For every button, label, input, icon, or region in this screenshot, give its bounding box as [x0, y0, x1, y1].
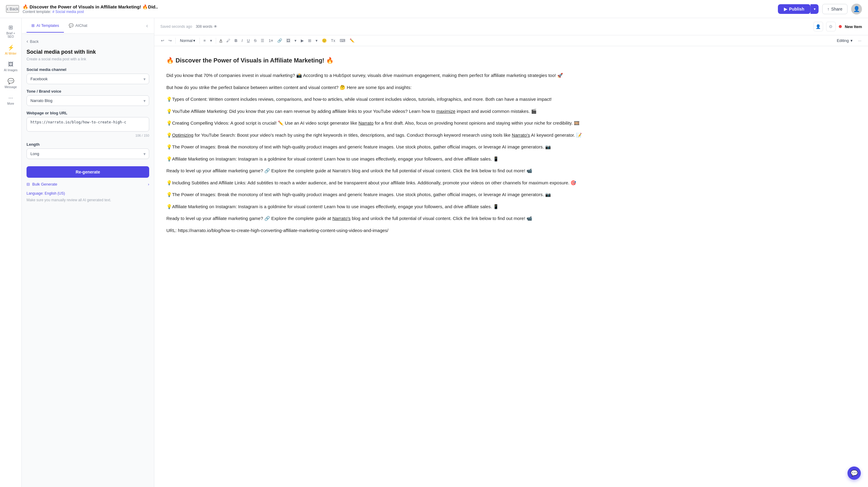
settings-meta-icon[interactable]: ⚙	[826, 22, 836, 31]
ai-templates-tab-icon: ⊞	[31, 23, 35, 28]
sidebar-item-brief-seo[interactable]: ⊞ Brief + SEO	[2, 22, 20, 41]
toolbar-separator-2	[199, 38, 200, 44]
url-input[interactable]: https://narrato.io/blog/how-to-create-hi…	[27, 117, 149, 132]
content-para-2: 💡Types of Content: Written content inclu…	[166, 95, 856, 103]
regenerate-button[interactable]: Re-generate	[27, 166, 149, 178]
play-button[interactable]: ▶	[299, 37, 306, 44]
social-channel-select[interactable]: Facebook Twitter Instagram LinkedIn	[27, 74, 149, 84]
undo-button[interactable]: ↩	[159, 37, 166, 44]
aichat-tab-icon: 💬	[69, 23, 73, 28]
italic-button[interactable]: I	[240, 37, 245, 44]
optimizing-link: Optimizing	[172, 133, 193, 138]
content-para-10: 💡The Power of Images: Break the monotony…	[166, 191, 856, 199]
link-button[interactable]: 🔗	[276, 37, 284, 44]
sidebar: ⊞ AI Templates 💬 AIChat ‹ Back Social me…	[22, 18, 154, 487]
message-icon: 💬	[7, 78, 14, 85]
publish-button[interactable]: ▶ Publish	[778, 4, 810, 14]
content-para-11: 💡Affiliate Marketing on Instagram: Insta…	[166, 203, 856, 210]
toolbar-separator-3	[216, 38, 216, 44]
editor-content[interactable]: 🔥 Discover the Power of Visuals in Affil…	[154, 46, 868, 487]
text-color-button[interactable]: A	[218, 37, 224, 44]
avatar[interactable]: 👤	[851, 4, 862, 15]
social-channel-select-wrapper: Facebook Twitter Instagram LinkedIn	[27, 74, 149, 84]
table-button[interactable]: ⊞	[306, 37, 313, 44]
language-value[interactable]: English (US)	[44, 191, 65, 196]
special-button[interactable]: ⌨	[338, 37, 347, 44]
bulk-generate-button[interactable]: ⊟ Bulk Generate	[27, 182, 57, 187]
word-count: 308 words 👁	[195, 24, 217, 29]
strikethrough-button[interactable]: S	[252, 37, 258, 44]
redo-button[interactable]: ↪	[167, 37, 174, 44]
editor-meta-bar: Saved seconds ago 308 words 👁 👤 ⚙ New It…	[154, 18, 868, 35]
narrato-link-2: Narrato's	[512, 133, 530, 138]
more-icon: ···	[8, 95, 13, 101]
content-para-1: But how do you strike the perfect balanc…	[166, 84, 856, 91]
disclaimer-text: Make sure you manually review all AI gen…	[27, 198, 149, 202]
align-button[interactable]: ≡	[202, 37, 208, 44]
table-dropdown-button[interactable]: ▾	[314, 37, 319, 44]
numbered-list-button[interactable]: 1≡	[267, 37, 275, 44]
narrato-link-1: Narrato	[358, 120, 373, 125]
content-para-3: 💡YouTube Affiliate Marketing: Did you kn…	[166, 108, 856, 115]
more-options-button[interactable]: ···	[856, 37, 863, 44]
publish-icon: ▶	[784, 7, 787, 11]
new-item-button[interactable]: New Item	[845, 24, 862, 29]
sidebar-tabs: ⊞ AI Templates 💬 AIChat ‹	[22, 18, 154, 34]
bulk-gen-arrow: ›	[148, 182, 149, 187]
app-container: Back 🔥 Discover the Power of Visuals in …	[0, 0, 868, 487]
sidebar-item-ai-images[interactable]: 🖼 AI Images	[2, 59, 20, 74]
publish-group: ▶ Publish ▾	[778, 4, 818, 14]
saved-status: Saved seconds ago	[160, 24, 192, 29]
underline-button[interactable]: U	[245, 37, 251, 44]
content-para-9: 💡Including Subtitles and Affiliate Links…	[166, 179, 856, 187]
tone-brand-select[interactable]: Narrato Blog Professional Casual	[27, 95, 149, 106]
tone-brand-label: Tone / Brand voice	[27, 89, 149, 93]
content-para-4: 💡Creating Compelling Videos: A good scri…	[166, 119, 856, 127]
align-dropdown-button[interactable]: ▾	[208, 37, 214, 44]
format-dropdown[interactable]: Normal ▾	[178, 37, 198, 44]
language-notice: Language: English (US)	[27, 191, 149, 196]
sidebar-content: Back Social media post with link Create …	[22, 34, 154, 487]
title-area: 🔥 Discover the Power of Visuals in Affil…	[23, 4, 774, 14]
content-heading: 🔥 Discover the Power of Visuals in Affil…	[166, 55, 856, 65]
length-select-wrapper: Short Medium Long	[27, 148, 149, 159]
editor-area: Saved seconds ago 308 words 👁 👤 ⚙ New It…	[154, 18, 868, 487]
image-dropdown-button[interactable]: ▾	[293, 37, 299, 44]
bold-button[interactable]: B	[233, 37, 239, 44]
sidebar-item-more[interactable]: ··· More	[2, 92, 20, 108]
editing-mode-button[interactable]: Editing ▾	[834, 37, 856, 44]
meta-right: 👤 ⚙ New Item	[813, 22, 862, 31]
clear-format-button[interactable]: Tx	[329, 37, 337, 44]
chat-fab-button[interactable]: 💬	[847, 466, 861, 480]
emoji-button[interactable]: 🙂	[320, 37, 329, 44]
back-button[interactable]: Back	[6, 5, 19, 13]
length-field: Length Short Medium Long	[27, 142, 149, 159]
edit-icon-button[interactable]: ✏️	[348, 37, 356, 44]
new-item-indicator	[839, 25, 842, 28]
share-button[interactable]: ↑ Share	[822, 4, 847, 14]
tab-aichat[interactable]: 💬 AIChat	[64, 19, 92, 33]
sidebar-back-button[interactable]: Back	[27, 39, 149, 44]
sidebar-collapse-button[interactable]: ‹	[145, 22, 149, 30]
maximize-link: maximize	[436, 109, 456, 114]
social-channel-field: Social media channel Facebook Twitter In…	[27, 67, 149, 84]
sidebar-item-ai-writer[interactable]: ⚡ AI Writer	[2, 42, 20, 58]
highlight-button[interactable]: 🖊	[224, 37, 232, 44]
template-link[interactable]: # Social media post	[53, 10, 84, 14]
tone-brand-field: Tone / Brand voice Narrato Blog Professi…	[27, 89, 149, 106]
length-select[interactable]: Short Medium Long	[27, 148, 149, 159]
user-meta-icon[interactable]: 👤	[813, 22, 823, 31]
breadcrumb: Content template: # Social media post	[23, 10, 774, 14]
social-channel-label: Social media channel	[27, 67, 149, 72]
image-button[interactable]: 🖼	[284, 37, 292, 44]
template-title: Social media post with link	[27, 49, 149, 55]
sidebar-item-message[interactable]: 💬 Message	[2, 76, 20, 91]
format-caret-icon: ▾	[193, 38, 195, 43]
url-char-count: 106 / 150	[27, 134, 149, 137]
publish-dropdown-button[interactable]: ▾	[810, 4, 818, 14]
narrato-blog-link: Narrato's	[333, 216, 350, 221]
tab-ai-templates[interactable]: ⊞ AI Templates	[27, 19, 64, 33]
top-bar: Back 🔥 Discover the Power of Visuals in …	[0, 0, 868, 18]
bullet-list-button[interactable]: ☰	[259, 37, 266, 44]
content-para-8: Ready to level up your affiliate marketi…	[166, 167, 856, 175]
